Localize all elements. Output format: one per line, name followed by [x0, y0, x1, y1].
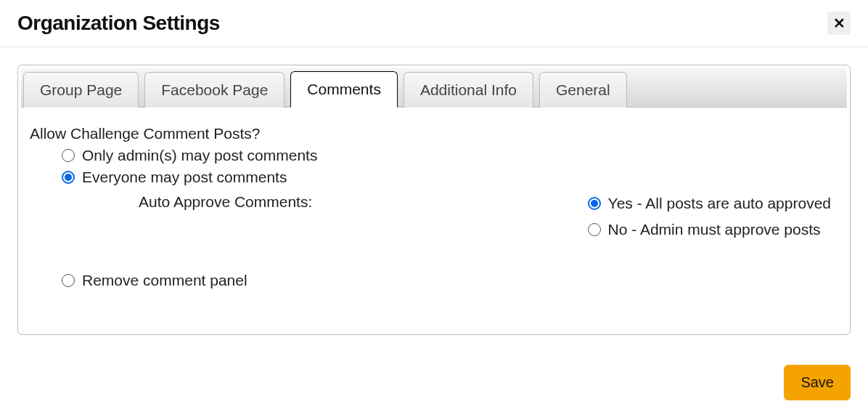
option-everyone[interactable]: Everyone may post comments — [62, 169, 838, 186]
radio-auto-yes-label: Yes - All posts are auto approved — [608, 195, 831, 212]
tab-group-page[interactable]: Group Page — [23, 72, 139, 108]
org-settings-modal: Organization Settings ✕ Group Page Faceb… — [0, 0, 868, 412]
option-remove-panel[interactable]: Remove comment panel — [62, 272, 838, 289]
radio-remove-panel[interactable] — [62, 274, 75, 287]
save-button[interactable]: Save — [784, 365, 851, 400]
auto-approve-label: Auto Approve Comments: — [139, 192, 312, 211]
radio-auto-no[interactable] — [588, 223, 601, 236]
tab-content-comments: Allow Challenge Comment Posts? Only admi… — [21, 108, 847, 334]
modal-body: Group Page Facebook Page Comments Additi… — [0, 47, 868, 359]
radio-auto-no-label: No - Admin must approve posts — [608, 221, 821, 238]
option-auto-no[interactable]: No - Admin must approve posts — [588, 221, 831, 238]
radio-admin-only[interactable] — [62, 149, 75, 162]
modal-footer: Save — [0, 359, 868, 412]
tab-additional-info[interactable]: Additional Info — [404, 72, 533, 108]
modal-title: Organization Settings — [17, 12, 220, 35]
radio-everyone[interactable] — [62, 171, 75, 184]
tab-container: Group Page Facebook Page Comments Additi… — [17, 65, 851, 335]
radio-remove-panel-label: Remove comment panel — [82, 272, 247, 289]
tab-general[interactable]: General — [539, 72, 627, 108]
tab-bar: Group Page Facebook Page Comments Additi… — [21, 68, 847, 108]
close-button[interactable]: ✕ — [827, 12, 851, 35]
tab-comments[interactable]: Comments — [290, 71, 398, 108]
modal-header: Organization Settings ✕ — [0, 0, 868, 47]
auto-approve-row: Auto Approve Comments: Yes - All posts a… — [30, 192, 838, 247]
option-auto-yes[interactable]: Yes - All posts are auto approved — [588, 195, 831, 212]
comments-question: Allow Challenge Comment Posts? — [30, 125, 838, 142]
radio-admin-only-label: Only admin(s) may post comments — [82, 147, 317, 164]
radio-everyone-label: Everyone may post comments — [82, 169, 287, 186]
option-admin-only[interactable]: Only admin(s) may post comments — [62, 147, 838, 164]
tab-facebook-page[interactable]: Facebook Page — [144, 72, 284, 108]
radio-auto-yes[interactable] — [588, 197, 601, 210]
auto-approve-options: Yes - All posts are auto approved No - A… — [588, 192, 831, 247]
close-icon: ✕ — [833, 15, 846, 32]
